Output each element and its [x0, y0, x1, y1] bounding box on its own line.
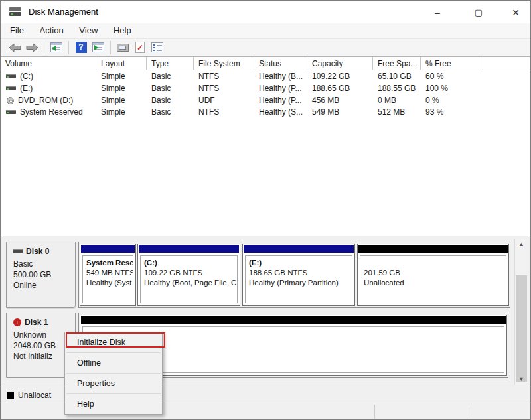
cell-status: Healthy (B...: [254, 72, 307, 81]
console-window-icon[interactable]: [49, 41, 64, 54]
cell-layout: Simple: [96, 107, 147, 117]
disk-context-menu: Initialize Disk Offline Properties Help: [64, 332, 163, 415]
unallocated-swatch: [7, 392, 14, 399]
partition-status: Healthy (Primary Partition): [249, 278, 348, 288]
menu-item-properties[interactable]: Properties: [65, 374, 162, 393]
disk-0-label[interactable]: Disk 0 Basic 500.00 GB Online: [6, 242, 76, 308]
cell-pct-free: 0 %: [421, 96, 483, 105]
title-bar: Disk Management – ▢ ✕: [1, 1, 530, 23]
cell-capacity: 456 MB: [307, 96, 373, 105]
partition-color-bar: [358, 245, 508, 253]
partition-status: Unallocated: [364, 278, 502, 288]
forward-icon[interactable]: [25, 41, 39, 54]
cell-type: Basic: [147, 84, 194, 93]
status-bar-separator: [374, 405, 375, 419]
menu-item-offline[interactable]: Offline: [65, 353, 162, 373]
window-title: Disk Management: [29, 7, 98, 17]
volume-row-e[interactable]: (E:) Simple Basic NTFS Healthy (P... 188…: [1, 82, 530, 94]
cell-file-system: NTFS: [194, 84, 254, 93]
toolbar-separator: [44, 41, 44, 54]
cell-type: Basic: [147, 107, 194, 117]
partition-system-reserved[interactable]: System Rese 549 MB NTFS Healthy (Syst: [80, 244, 136, 306]
toolbar: ? ✓: [1, 38, 530, 56]
partition-label: [364, 258, 502, 268]
toolbar-separator: [110, 41, 111, 54]
column-header-filler: [483, 57, 530, 70]
scrollbar-thumb[interactable]: [516, 275, 527, 382]
partition-label: System Rese: [86, 258, 129, 268]
minimize-button[interactable]: –: [424, 5, 451, 21]
app-icon: [9, 7, 23, 17]
close-button[interactable]: ✕: [502, 5, 529, 21]
menu-file[interactable]: File: [3, 23, 31, 38]
cell-capacity: 188.65 GB: [307, 84, 373, 93]
volume-name: (C:): [20, 72, 33, 81]
cell-free-space: 512 MB: [373, 107, 421, 117]
cell-layout: Simple: [96, 84, 147, 93]
help-icon[interactable]: ?: [74, 41, 88, 54]
column-header-volume[interactable]: Volume: [1, 57, 96, 70]
column-header-file-system[interactable]: File System: [194, 57, 254, 70]
cell-file-system: NTFS: [194, 72, 254, 81]
partition-c[interactable]: (C:) 109.22 GB NTFS Healthy (Boot, Page …: [137, 244, 240, 306]
menu-view[interactable]: View: [72, 23, 104, 38]
volume-row-system-reserved[interactable]: System Reserved Simple Basic NTFS Health…: [1, 106, 530, 118]
partition-status: Healthy (Boot, Page File, C: [144, 278, 234, 288]
disk-management-window: Disk Management – ▢ ✕ File Action View H…: [0, 0, 531, 420]
cell-status: Healthy (S...: [254, 107, 307, 117]
status-bar-separator: [469, 405, 469, 419]
partition-e[interactable]: (E:) 188.65 GB NTFS Healthy (Primary Par…: [242, 244, 355, 306]
cell-layout: Simple: [96, 96, 147, 105]
column-header-status[interactable]: Status: [254, 57, 307, 70]
cell-free-space: 65.10 GB: [373, 72, 421, 81]
column-header-type[interactable]: Type: [147, 57, 194, 70]
back-icon[interactable]: [7, 41, 22, 54]
menu-item-help[interactable]: Help: [65, 394, 162, 414]
volume-name: DVD_ROM (D:): [18, 96, 73, 105]
partition-unallocated[interactable]: 201.59 GB Unallocated: [357, 244, 509, 306]
volume-row-dvd[interactable]: DVD_ROM (D:) Simple Basic UDF Healthy (P…: [1, 94, 530, 106]
cell-capacity: 549 MB: [307, 107, 373, 117]
vertical-scrollbar[interactable]: ▲ ▼: [514, 239, 527, 385]
disk-status: Online: [13, 280, 75, 291]
partition-label: (E:): [249, 258, 348, 268]
disk-name: Disk 1: [25, 317, 48, 328]
disk-size: 500.00 GB: [13, 269, 75, 280]
cell-pct-free: 100 %: [421, 84, 483, 93]
partition-status: Healthy (Syst: [86, 278, 129, 288]
popup-window-icon[interactable]: [115, 41, 130, 54]
cell-free-space: 188.55 GB: [373, 84, 421, 93]
column-header-pct-free[interactable]: % Free: [421, 57, 483, 70]
cell-type: Basic: [147, 96, 194, 105]
volume-table-header: Volume Layout Type File System Status Ca…: [1, 57, 530, 70]
toolbar-separator: [68, 41, 69, 54]
drive-icon: [6, 110, 16, 114]
drive-icon: [6, 74, 16, 78]
partition-size: 188.65 GB NTFS: [249, 268, 348, 278]
cell-status: Healthy (P...: [254, 84, 307, 93]
scroll-down-icon[interactable]: ▼: [515, 374, 528, 385]
partition-color-bar: [81, 316, 506, 324]
menu-help[interactable]: Help: [107, 23, 138, 38]
scroll-up-icon[interactable]: ▲: [515, 239, 528, 250]
partition-size: 109.22 GB NTFS: [144, 268, 234, 278]
partition-color-bar: [81, 245, 135, 253]
menu-action[interactable]: Action: [33, 23, 70, 38]
partition-size: 201.59 GB: [364, 268, 502, 278]
volume-row-c[interactable]: (C:) Simple Basic NTFS Healthy (B... 109…: [1, 70, 530, 82]
view-list-icon[interactable]: [150, 41, 165, 54]
console-window-play-icon[interactable]: [91, 41, 106, 54]
menu-item-initialize-disk[interactable]: Initialize Disk: [65, 332, 162, 352]
action-check-icon[interactable]: ✓: [133, 41, 147, 54]
cell-free-space: 0 MB: [373, 96, 421, 105]
legend-label: Unallocat: [18, 391, 51, 400]
volume-list-pane: Volume Layout Type File System Status Ca…: [1, 56, 530, 236]
cell-pct-free: 60 %: [421, 72, 483, 81]
column-header-layout[interactable]: Layout: [96, 57, 147, 70]
disk-0-partitions: System Rese 549 MB NTFS Healthy (Syst (C…: [78, 242, 510, 308]
column-header-free-space[interactable]: Free Spa...: [373, 57, 421, 70]
legend-unallocated: Unallocat: [7, 391, 51, 400]
maximize-button[interactable]: ▢: [465, 5, 492, 21]
column-header-capacity[interactable]: Capacity: [307, 57, 373, 70]
drive-icon: [6, 86, 16, 90]
